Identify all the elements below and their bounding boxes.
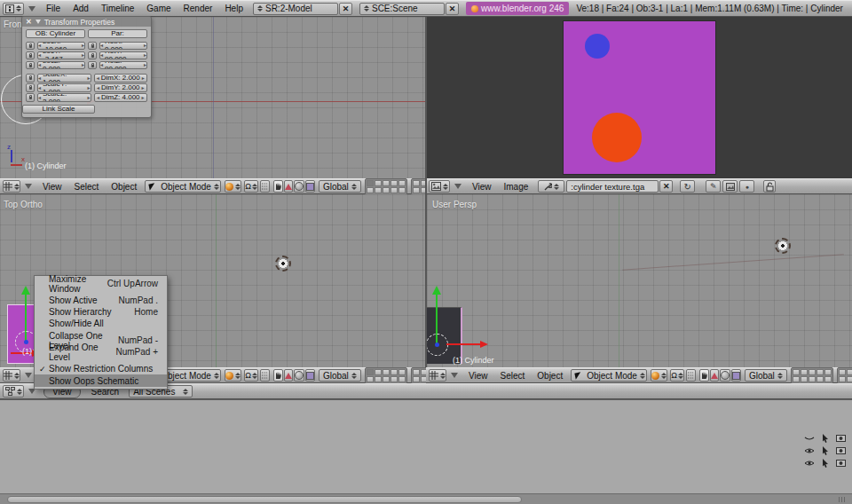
scale-widget-button[interactable] (720, 369, 730, 382)
scale-widget-button[interactable] (294, 180, 304, 193)
horizontal-scrollbar[interactable] (0, 493, 852, 504)
orientation-dropdown[interactable]: Global (745, 369, 787, 382)
eye-closed-icon[interactable] (803, 434, 815, 443)
menu-view[interactable]: View (469, 371, 488, 381)
menu-add[interactable]: Add (73, 4, 89, 13)
scale-widget-button[interactable] (294, 369, 304, 382)
lock-locy-icon[interactable] (26, 51, 35, 60)
layer-buttons-group1[interactable] (365, 178, 407, 195)
pivot-widget-button[interactable] (731, 369, 741, 382)
panel-collapse-icon[interactable] (36, 20, 41, 24)
cursor-arrow-icon[interactable] (819, 459, 831, 468)
orientation-dropdown[interactable]: Global (319, 180, 361, 193)
outliner-body[interactable] (0, 399, 852, 494)
menu-timeline[interactable]: Timeline (101, 4, 134, 13)
manipulator-axes-button[interactable] (686, 369, 696, 382)
rotate-widget-button[interactable] (710, 369, 719, 382)
menu-select[interactable]: Select (75, 182, 99, 192)
lock-scaley-icon[interactable] (26, 83, 35, 92)
screen-selector[interactable]: SR:2-Model (253, 3, 338, 15)
menu-game[interactable]: Game (146, 4, 170, 13)
menu-object[interactable]: Object (537, 371, 563, 381)
editor-type-button[interactable] (3, 369, 20, 382)
scaley-field[interactable]: ◂ScaleY: 1.000▸ (37, 83, 91, 92)
menu-item-maximize-window[interactable]: Maximize Window Ctrl UpArrow (35, 278, 167, 289)
editor-type-button[interactable] (429, 180, 450, 193)
translate-widget-button[interactable] (699, 369, 709, 382)
editor-type-button[interactable] (3, 180, 20, 193)
manipulator-x-arrow[interactable] (446, 343, 482, 345)
menu-render[interactable]: Render (184, 4, 213, 13)
record-button[interactable]: ● (739, 180, 754, 193)
scrollbar-thumb[interactable] (7, 496, 522, 503)
window-type-button[interactable] (3, 3, 24, 15)
menu-image[interactable]: Image (504, 182, 529, 192)
layer-buttons-group1[interactable] (791, 367, 833, 384)
image-preview-button[interactable] (722, 180, 738, 193)
collapse-arrow-icon[interactable] (454, 184, 462, 189)
texture-image[interactable] (564, 21, 715, 174)
uv-image-editor[interactable] (427, 17, 852, 178)
lock-scalez-icon[interactable] (26, 93, 35, 102)
render-restrict-icon[interactable] (835, 434, 847, 443)
pin-button[interactable] (763, 180, 776, 193)
layer-buttons-group2[interactable] (837, 367, 852, 384)
scene-selector[interactable]: SCE:Scene (359, 3, 445, 15)
lock-rotx-icon[interactable] (88, 42, 97, 51)
editor-type-button[interactable] (429, 369, 446, 382)
menu-object[interactable]: Object (111, 182, 137, 192)
area-divider[interactable] (425, 17, 427, 383)
pivot-widget-button[interactable] (305, 180, 315, 193)
mode-dropdown[interactable]: Object Mode (145, 180, 221, 193)
dimz-field[interactable]: ◂DimZ: 4.000▸ (94, 93, 148, 102)
menu-select[interactable]: Select (501, 371, 525, 381)
manipulator-button[interactable]: Ω (670, 369, 684, 382)
scalez-field[interactable]: ◂ScaleZ: 2.000▸ (37, 93, 91, 102)
image-browse-button[interactable] (538, 180, 564, 193)
translate-widget-button[interactable] (273, 180, 283, 193)
eye-open-icon[interactable] (803, 459, 815, 468)
menu-item-show-oops-schematic[interactable]: Show Oops Schematic (35, 374, 167, 387)
lock-locz-icon[interactable] (26, 61, 35, 70)
resize-grip[interactable] (839, 497, 845, 502)
manipulator-axes-button[interactable] (260, 369, 270, 382)
image-close-button[interactable]: ✕ (659, 180, 673, 193)
parent-field[interactable]: Par: (88, 29, 147, 38)
dimx-field[interactable]: ◂DimX: 2.000▸ (94, 74, 148, 83)
link-scale-button[interactable]: Link Scale (22, 105, 95, 114)
3d-cursor[interactable] (275, 256, 291, 272)
editor-type-button[interactable] (3, 385, 24, 398)
menu-help[interactable]: Help (225, 4, 243, 13)
cursor-arrow-icon[interactable] (819, 434, 831, 443)
manipulator-button[interactable]: Ω (244, 369, 258, 382)
image-name-field[interactable]: :cylinder texture.tga (566, 180, 659, 193)
mode-dropdown[interactable]: Object Mode (571, 369, 647, 382)
menu-view[interactable]: View (43, 182, 62, 192)
rotation-widget[interactable] (426, 334, 448, 356)
lock-rotz-icon[interactable] (88, 61, 97, 70)
menu-file[interactable]: File (46, 4, 60, 13)
eye-open-icon[interactable] (803, 446, 815, 455)
locx-field[interactable]: ◂LocX: -10.960▸ (37, 42, 85, 51)
3d-cursor[interactable] (775, 238, 791, 254)
locy-field[interactable]: ◂LocY: -3.467▸ (37, 51, 85, 60)
menu-item-show-hierarchy[interactable]: Show Hierarchy Home (35, 306, 167, 318)
menu-item-show-active[interactable]: Show Active NumPad . (35, 295, 167, 306)
collapse-arrow-icon[interactable] (451, 373, 458, 378)
lock-roty-icon[interactable] (88, 51, 97, 60)
draw-type-button[interactable] (225, 369, 241, 382)
rotate-widget-button[interactable] (284, 180, 293, 193)
scalex-field[interactable]: ◂ScaleX: 1.000▸ (37, 74, 91, 83)
menu-item-expand-one-level[interactable]: Expand One Level NumPad + (35, 346, 167, 358)
panel-header[interactable]: ✕ Transform Properties (22, 17, 151, 27)
rotate-widget-button[interactable] (284, 369, 293, 382)
pivot-widget-button[interactable] (305, 369, 315, 382)
scene-close-button[interactable]: ✕ (446, 3, 459, 15)
translate-widget-button[interactable] (273, 369, 283, 382)
rotx-field[interactable]: ◂RotX: 0.000▸ (99, 42, 147, 51)
orientation-dropdown[interactable]: Global (319, 369, 361, 382)
render-restrict-icon[interactable] (835, 459, 847, 468)
lock-scalex-icon[interactable] (26, 74, 35, 83)
render-restrict-icon[interactable] (835, 446, 847, 455)
panel-close-icon[interactable]: ✕ (26, 18, 32, 26)
